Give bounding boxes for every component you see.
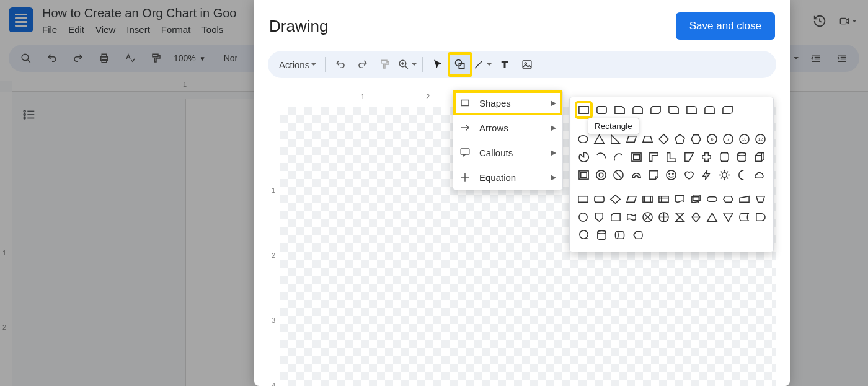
- shape-fc-data[interactable]: [624, 191, 638, 207]
- select-tool-icon[interactable]: [427, 53, 449, 76]
- actions-dropdown[interactable]: Actions: [274, 57, 321, 72]
- menu-file[interactable]: File: [42, 24, 57, 35]
- shape-cross[interactable]: [699, 149, 714, 165]
- image-tool-icon[interactable]: [516, 53, 538, 76]
- shape-fc-predef[interactable]: [640, 191, 654, 207]
- shape-fc-multidoc[interactable]: [689, 191, 702, 207]
- paint-format-icon[interactable]: [148, 50, 165, 67]
- line-tool-icon[interactable]: [471, 53, 494, 76]
- text-box-tool-icon[interactable]: [494, 53, 516, 76]
- menu-edit[interactable]: Edit: [68, 24, 84, 35]
- increase-indent-icon[interactable]: [833, 50, 851, 67]
- shape-fc-process[interactable]: [576, 191, 590, 207]
- zoom-dropdown[interactable]: [396, 53, 418, 76]
- menu-format[interactable]: Format: [161, 24, 191, 35]
- undo-icon[interactable]: [43, 50, 61, 67]
- shape-fc-delay[interactable]: [753, 209, 767, 225]
- shape-trapezoid[interactable]: [640, 131, 654, 147]
- shape-rounded-rect[interactable]: [594, 102, 609, 118]
- shape-fc-offpage[interactable]: [592, 209, 606, 225]
- print-icon[interactable]: [95, 50, 113, 67]
- shape-fc-sum[interactable]: [640, 209, 654, 225]
- shape-fc-alt-process[interactable]: [592, 191, 606, 207]
- shape-diag-stripe[interactable]: [681, 149, 696, 165]
- shape-dodecagon[interactable]: 12: [753, 131, 767, 147]
- shape-cube[interactable]: [752, 149, 767, 165]
- shape-fc-display[interactable]: [630, 227, 645, 243]
- history-icon[interactable]: [811, 12, 828, 30]
- shape-round-single[interactable]: [684, 102, 699, 118]
- shape-l-shape[interactable]: [664, 149, 679, 165]
- paint-format-icon[interactable]: [374, 53, 396, 76]
- shape-tool-icon[interactable]: [449, 53, 471, 76]
- shape-pie[interactable]: [576, 149, 591, 165]
- shape-moon[interactable]: [734, 167, 749, 183]
- shape-fc-prep[interactable]: [721, 191, 735, 207]
- shape-diamond[interactable]: [657, 131, 670, 147]
- shape-lightning[interactable]: [699, 167, 714, 183]
- shape-pentagon[interactable]: [673, 131, 686, 147]
- shape-sun[interactable]: [717, 167, 732, 183]
- shape-octagon[interactable]: 7: [721, 131, 735, 147]
- decrease-indent-icon[interactable]: [807, 50, 825, 67]
- shape-fc-tape[interactable]: [624, 209, 638, 225]
- shape-snip-single[interactable]: [612, 102, 627, 118]
- search-icon[interactable]: [17, 50, 35, 67]
- shape-fc-terminator[interactable]: [705, 191, 719, 207]
- shape-fc-internal[interactable]: [657, 191, 670, 207]
- shape-snip-diag[interactable]: [648, 102, 663, 118]
- shape-frame[interactable]: [629, 149, 644, 165]
- shape-round-diag[interactable]: [720, 102, 735, 118]
- shape-fc-card[interactable]: [608, 209, 622, 225]
- zoom-dropdown[interactable]: 100%▼: [174, 53, 206, 63]
- shape-hexagon[interactable]: [689, 131, 702, 147]
- shape-fc-manual-input[interactable]: [737, 191, 751, 207]
- shape-half-frame[interactable]: [646, 149, 661, 165]
- menu-item-callouts[interactable]: Callouts▶: [453, 140, 562, 165]
- shape-round-same[interactable]: [702, 102, 717, 118]
- redo-icon[interactable]: [352, 53, 374, 76]
- shape-chord[interactable]: [593, 149, 608, 165]
- shape-fc-extract[interactable]: [705, 209, 719, 225]
- shape-can[interactable]: [734, 149, 749, 165]
- menu-insert[interactable]: Insert: [126, 24, 150, 35]
- shape-fc-stored[interactable]: [737, 209, 751, 225]
- shape-fc-direct-access[interactable]: [612, 227, 627, 243]
- menu-item-equation[interactable]: Equation▶: [453, 165, 562, 190]
- menu-view[interactable]: View: [95, 24, 115, 35]
- save-and-close-button[interactable]: Save and close: [676, 12, 775, 40]
- outline-icon[interactable]: [22, 108, 37, 123]
- shape-donut[interactable]: [593, 167, 608, 183]
- shape-plaque[interactable]: [717, 149, 732, 165]
- shape-rectangle[interactable]: [576, 102, 591, 118]
- shape-fc-decision[interactable]: [608, 191, 622, 207]
- shape-fc-or[interactable]: [657, 209, 670, 225]
- shape-smiley[interactable]: [664, 167, 679, 183]
- shape-heart[interactable]: [681, 167, 696, 183]
- shape-fc-manual-op[interactable]: [753, 191, 767, 207]
- shape-teardrop[interactable]: [611, 149, 626, 165]
- shape-fc-collate[interactable]: [673, 209, 686, 225]
- document-title[interactable]: How to Create an Org Chart in Goo: [42, 6, 236, 20]
- menu-tools[interactable]: Tools: [202, 24, 223, 35]
- shape-cloud[interactable]: [752, 167, 767, 183]
- shape-folded-corner[interactable]: [646, 167, 661, 183]
- shape-snip-round[interactable]: [666, 102, 681, 118]
- shape-fc-connector[interactable]: [576, 209, 590, 225]
- style-dropdown[interactable]: Nor: [224, 53, 238, 63]
- shape-decagon[interactable]: 10: [737, 131, 751, 147]
- shape-block-arc[interactable]: [629, 167, 644, 183]
- spellcheck-icon[interactable]: [122, 50, 139, 67]
- menu-item-shapes[interactable]: Shapes▶: [453, 90, 562, 115]
- redo-icon[interactable]: [69, 50, 87, 67]
- undo-icon[interactable]: [329, 53, 352, 76]
- shape-bevel[interactable]: [576, 167, 591, 183]
- video-call-icon[interactable]: [839, 12, 857, 30]
- shape-fc-merge[interactable]: [721, 209, 735, 225]
- shape-fc-document[interactable]: [673, 191, 686, 207]
- menu-item-arrows[interactable]: Arrows▶: [453, 115, 562, 140]
- shape-fc-seq-access[interactable]: [576, 227, 591, 243]
- shape-fc-sort[interactable]: [689, 209, 702, 225]
- shape-no-symbol[interactable]: [611, 167, 626, 183]
- shape-snip-same[interactable]: [630, 102, 645, 118]
